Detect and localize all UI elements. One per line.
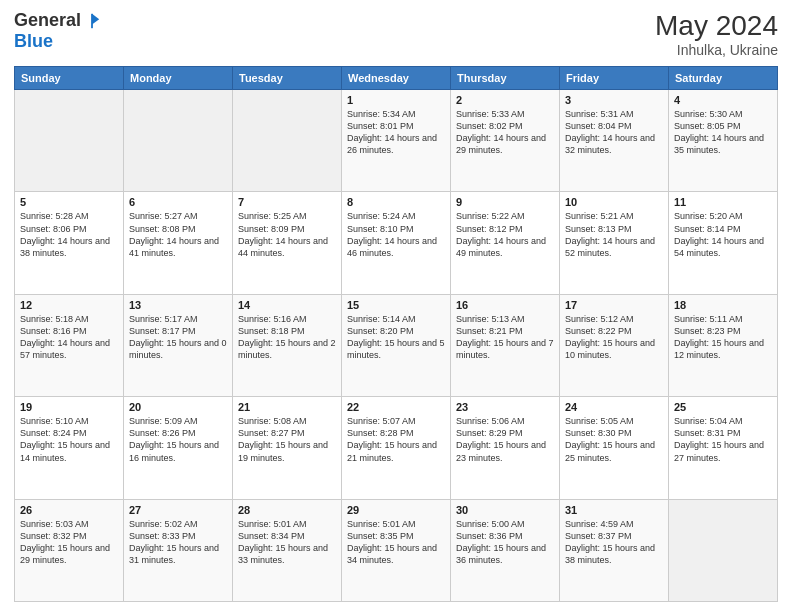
day-info: Sunrise: 5:21 AM Sunset: 8:13 PM Dayligh… <box>565 210 663 259</box>
logo: General Blue <box>14 10 101 52</box>
day-info: Sunrise: 5:12 AM Sunset: 8:22 PM Dayligh… <box>565 313 663 362</box>
day-info: Sunrise: 5:28 AM Sunset: 8:06 PM Dayligh… <box>20 210 118 259</box>
day-number: 27 <box>129 504 227 516</box>
day-info: Sunrise: 5:02 AM Sunset: 8:33 PM Dayligh… <box>129 518 227 567</box>
calendar-week-row: 5Sunrise: 5:28 AM Sunset: 8:06 PM Daylig… <box>15 192 778 294</box>
day-info: Sunrise: 5:14 AM Sunset: 8:20 PM Dayligh… <box>347 313 445 362</box>
subtitle: Inhulka, Ukraine <box>655 42 778 58</box>
day-number: 12 <box>20 299 118 311</box>
day-number: 25 <box>674 401 772 413</box>
day-number: 29 <box>347 504 445 516</box>
calendar-cell: 12Sunrise: 5:18 AM Sunset: 8:16 PM Dayli… <box>15 294 124 396</box>
day-info: Sunrise: 5:03 AM Sunset: 8:32 PM Dayligh… <box>20 518 118 567</box>
calendar-week-row: 19Sunrise: 5:10 AM Sunset: 8:24 PM Dayli… <box>15 397 778 499</box>
calendar-day-header: Saturday <box>669 67 778 90</box>
calendar-week-row: 26Sunrise: 5:03 AM Sunset: 8:32 PM Dayli… <box>15 499 778 601</box>
calendar-cell: 17Sunrise: 5:12 AM Sunset: 8:22 PM Dayli… <box>560 294 669 396</box>
day-info: Sunrise: 5:33 AM Sunset: 8:02 PM Dayligh… <box>456 108 554 157</box>
calendar-cell: 25Sunrise: 5:04 AM Sunset: 8:31 PM Dayli… <box>669 397 778 499</box>
calendar-cell: 15Sunrise: 5:14 AM Sunset: 8:20 PM Dayli… <box>342 294 451 396</box>
calendar-week-row: 1Sunrise: 5:34 AM Sunset: 8:01 PM Daylig… <box>15 90 778 192</box>
svg-rect-1 <box>91 13 93 27</box>
calendar-day-header: Tuesday <box>233 67 342 90</box>
calendar-day-header: Friday <box>560 67 669 90</box>
day-info: Sunrise: 5:00 AM Sunset: 8:36 PM Dayligh… <box>456 518 554 567</box>
day-info: Sunrise: 5:13 AM Sunset: 8:21 PM Dayligh… <box>456 313 554 362</box>
day-number: 20 <box>129 401 227 413</box>
day-number: 14 <box>238 299 336 311</box>
day-number: 30 <box>456 504 554 516</box>
logo-blue-text: Blue <box>14 31 53 52</box>
calendar-cell: 24Sunrise: 5:05 AM Sunset: 8:30 PM Dayli… <box>560 397 669 499</box>
calendar-cell <box>669 499 778 601</box>
calendar-header-row: SundayMondayTuesdayWednesdayThursdayFrid… <box>15 67 778 90</box>
calendar-cell: 31Sunrise: 4:59 AM Sunset: 8:37 PM Dayli… <box>560 499 669 601</box>
header: General Blue May 2024 Inhulka, Ukraine <box>14 10 778 58</box>
calendar-cell: 21Sunrise: 5:08 AM Sunset: 8:27 PM Dayli… <box>233 397 342 499</box>
day-info: Sunrise: 5:24 AM Sunset: 8:10 PM Dayligh… <box>347 210 445 259</box>
calendar-cell: 16Sunrise: 5:13 AM Sunset: 8:21 PM Dayli… <box>451 294 560 396</box>
day-number: 18 <box>674 299 772 311</box>
day-number: 26 <box>20 504 118 516</box>
calendar-cell: 30Sunrise: 5:00 AM Sunset: 8:36 PM Dayli… <box>451 499 560 601</box>
calendar-cell: 28Sunrise: 5:01 AM Sunset: 8:34 PM Dayli… <box>233 499 342 601</box>
day-number: 1 <box>347 94 445 106</box>
calendar-cell: 6Sunrise: 5:27 AM Sunset: 8:08 PM Daylig… <box>124 192 233 294</box>
day-number: 22 <box>347 401 445 413</box>
day-info: Sunrise: 5:18 AM Sunset: 8:16 PM Dayligh… <box>20 313 118 362</box>
calendar-cell: 5Sunrise: 5:28 AM Sunset: 8:06 PM Daylig… <box>15 192 124 294</box>
day-info: Sunrise: 5:17 AM Sunset: 8:17 PM Dayligh… <box>129 313 227 362</box>
calendar-day-header: Thursday <box>451 67 560 90</box>
day-number: 13 <box>129 299 227 311</box>
day-info: Sunrise: 5:09 AM Sunset: 8:26 PM Dayligh… <box>129 415 227 464</box>
day-info: Sunrise: 5:25 AM Sunset: 8:09 PM Dayligh… <box>238 210 336 259</box>
calendar-cell: 9Sunrise: 5:22 AM Sunset: 8:12 PM Daylig… <box>451 192 560 294</box>
day-info: Sunrise: 5:16 AM Sunset: 8:18 PM Dayligh… <box>238 313 336 362</box>
main-title: May 2024 <box>655 10 778 42</box>
day-number: 11 <box>674 196 772 208</box>
svg-marker-0 <box>92 13 99 24</box>
day-info: Sunrise: 4:59 AM Sunset: 8:37 PM Dayligh… <box>565 518 663 567</box>
day-info: Sunrise: 5:30 AM Sunset: 8:05 PM Dayligh… <box>674 108 772 157</box>
calendar-cell: 11Sunrise: 5:20 AM Sunset: 8:14 PM Dayli… <box>669 192 778 294</box>
calendar-cell: 1Sunrise: 5:34 AM Sunset: 8:01 PM Daylig… <box>342 90 451 192</box>
calendar-cell: 7Sunrise: 5:25 AM Sunset: 8:09 PM Daylig… <box>233 192 342 294</box>
calendar-cell: 22Sunrise: 5:07 AM Sunset: 8:28 PM Dayli… <box>342 397 451 499</box>
day-info: Sunrise: 5:01 AM Sunset: 8:35 PM Dayligh… <box>347 518 445 567</box>
calendar-cell: 10Sunrise: 5:21 AM Sunset: 8:13 PM Dayli… <box>560 192 669 294</box>
calendar-cell: 18Sunrise: 5:11 AM Sunset: 8:23 PM Dayli… <box>669 294 778 396</box>
calendar-week-row: 12Sunrise: 5:18 AM Sunset: 8:16 PM Dayli… <box>15 294 778 396</box>
day-info: Sunrise: 5:27 AM Sunset: 8:08 PM Dayligh… <box>129 210 227 259</box>
day-number: 24 <box>565 401 663 413</box>
calendar-cell <box>233 90 342 192</box>
day-info: Sunrise: 5:20 AM Sunset: 8:14 PM Dayligh… <box>674 210 772 259</box>
calendar-cell: 4Sunrise: 5:30 AM Sunset: 8:05 PM Daylig… <box>669 90 778 192</box>
calendar-cell: 27Sunrise: 5:02 AM Sunset: 8:33 PM Dayli… <box>124 499 233 601</box>
day-info: Sunrise: 5:01 AM Sunset: 8:34 PM Dayligh… <box>238 518 336 567</box>
day-info: Sunrise: 5:34 AM Sunset: 8:01 PM Dayligh… <box>347 108 445 157</box>
day-info: Sunrise: 5:05 AM Sunset: 8:30 PM Dayligh… <box>565 415 663 464</box>
calendar-cell: 23Sunrise: 5:06 AM Sunset: 8:29 PM Dayli… <box>451 397 560 499</box>
calendar-cell: 20Sunrise: 5:09 AM Sunset: 8:26 PM Dayli… <box>124 397 233 499</box>
calendar-cell: 26Sunrise: 5:03 AM Sunset: 8:32 PM Dayli… <box>15 499 124 601</box>
calendar-day-header: Sunday <box>15 67 124 90</box>
day-info: Sunrise: 5:11 AM Sunset: 8:23 PM Dayligh… <box>674 313 772 362</box>
logo-text: General <box>14 10 101 31</box>
day-number: 5 <box>20 196 118 208</box>
logo-flag-icon <box>83 12 101 30</box>
day-number: 28 <box>238 504 336 516</box>
calendar-cell <box>15 90 124 192</box>
day-info: Sunrise: 5:06 AM Sunset: 8:29 PM Dayligh… <box>456 415 554 464</box>
day-info: Sunrise: 5:07 AM Sunset: 8:28 PM Dayligh… <box>347 415 445 464</box>
calendar-cell: 2Sunrise: 5:33 AM Sunset: 8:02 PM Daylig… <box>451 90 560 192</box>
day-number: 8 <box>347 196 445 208</box>
page: General Blue May 2024 Inhulka, Ukraine S… <box>0 0 792 612</box>
calendar-day-header: Wednesday <box>342 67 451 90</box>
calendar-cell: 3Sunrise: 5:31 AM Sunset: 8:04 PM Daylig… <box>560 90 669 192</box>
day-number: 15 <box>347 299 445 311</box>
day-number: 19 <box>20 401 118 413</box>
day-number: 10 <box>565 196 663 208</box>
day-number: 7 <box>238 196 336 208</box>
day-info: Sunrise: 5:10 AM Sunset: 8:24 PM Dayligh… <box>20 415 118 464</box>
day-number: 16 <box>456 299 554 311</box>
